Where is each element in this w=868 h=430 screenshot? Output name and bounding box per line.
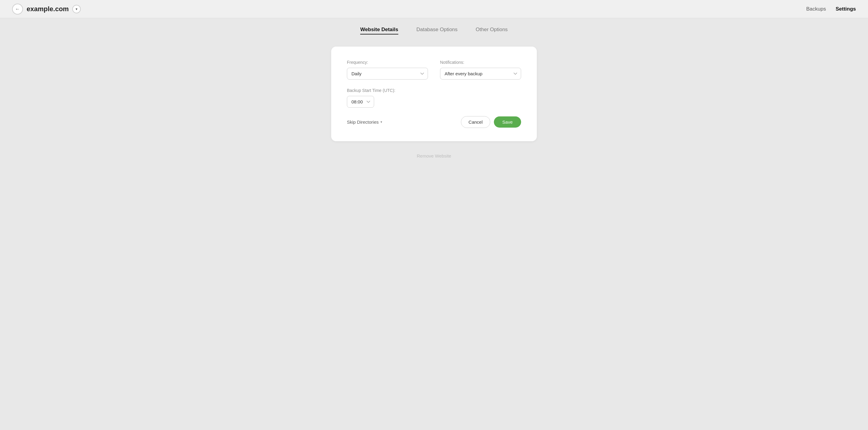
cancel-button[interactable]: Cancel xyxy=(461,116,490,128)
nav-settings[interactable]: Settings xyxy=(836,6,856,12)
frequency-label: Frequency: xyxy=(347,60,428,65)
frequency-select[interactable]: Daily Weekly Monthly xyxy=(347,68,428,80)
backup-time-label: Backup Start Time (UTC): xyxy=(347,88,521,93)
skip-directories-toggle[interactable]: Skip Directories ▾ xyxy=(347,119,382,125)
tab-website-details[interactable]: Website Details xyxy=(360,27,398,34)
dropdown-icon: ▾ xyxy=(75,7,78,11)
main-content: Frequency: Daily Weekly Monthly Notifica… xyxy=(0,40,868,177)
back-button[interactable]: ← xyxy=(12,4,23,14)
notifications-select[interactable]: After every backup Never On failure only xyxy=(440,68,521,80)
frequency-group: Frequency: Daily Weekly Monthly xyxy=(347,60,428,80)
backup-time-group: Backup Start Time (UTC): 00:00 01:00 02:… xyxy=(347,88,521,108)
nav-backups[interactable]: Backups xyxy=(806,6,826,12)
tab-database-options[interactable]: Database Options xyxy=(416,27,458,34)
header: ← example.com ▾ Backups Settings xyxy=(0,0,868,18)
tab-other-options[interactable]: Other Options xyxy=(476,27,508,34)
back-icon: ← xyxy=(15,6,20,12)
site-title: example.com xyxy=(27,5,69,13)
header-right: Backups Settings xyxy=(806,6,856,12)
skip-directories-arrow-icon: ▾ xyxy=(380,120,382,124)
remove-website-link[interactable]: Remove Website xyxy=(417,153,451,158)
form-footer-row: Skip Directories ▾ Cancel Save xyxy=(347,116,521,128)
save-button[interactable]: Save xyxy=(494,116,521,128)
site-dropdown-button[interactable]: ▾ xyxy=(72,5,81,13)
frequency-notifications-row: Frequency: Daily Weekly Monthly Notifica… xyxy=(347,60,521,80)
settings-card: Frequency: Daily Weekly Monthly Notifica… xyxy=(331,47,537,141)
tabs-container: Website Details Database Options Other O… xyxy=(0,18,868,40)
backup-time-select[interactable]: 00:00 01:00 02:00 03:00 04:00 05:00 06:0… xyxy=(347,96,374,108)
header-left: ← example.com ▾ xyxy=(12,4,81,14)
form-buttons: Cancel Save xyxy=(461,116,521,128)
skip-directories-label: Skip Directories xyxy=(347,119,379,125)
notifications-group: Notifications: After every backup Never … xyxy=(440,60,521,80)
notifications-label: Notifications: xyxy=(440,60,521,65)
backup-start-time-row: Backup Start Time (UTC): 00:00 01:00 02:… xyxy=(347,88,521,108)
